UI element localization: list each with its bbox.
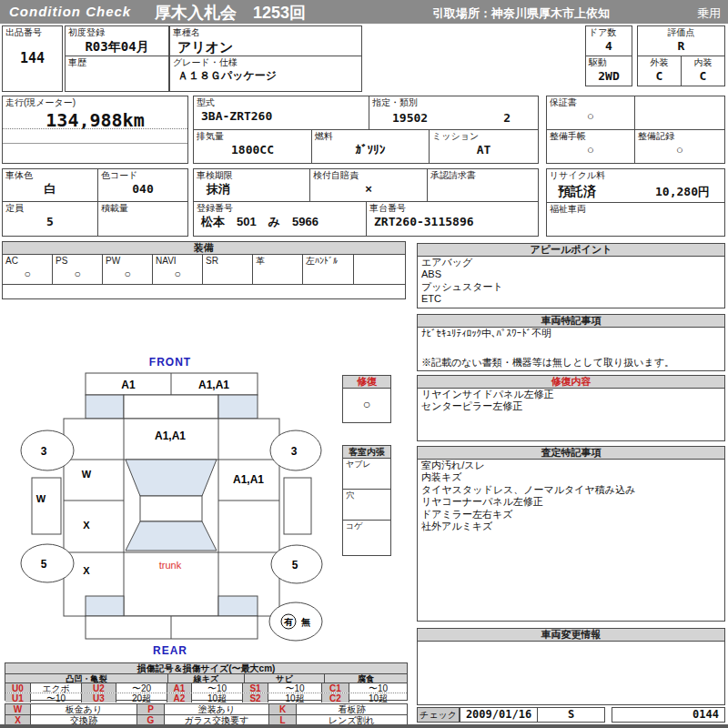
- repair-details-title: 修復内容: [418, 376, 724, 389]
- legend-code: S2: [243, 693, 268, 703]
- maintenance-record-value: ○: [635, 143, 724, 157]
- pickup-location: 引取場所：神奈川県厚木市上依知: [432, 5, 610, 22]
- change-info-title: 車両変更情報: [418, 629, 724, 642]
- assessment-item: 室内汚れ/スレ: [418, 460, 724, 471]
- equip-cell-sr: SR: [203, 255, 253, 284]
- equipment-title: 装備: [3, 242, 405, 255]
- equip-label: PS: [53, 255, 102, 268]
- headlight-left: [86, 395, 124, 419]
- capacity-box: 定員 5: [2, 201, 98, 237]
- equip-label: SR: [203, 255, 252, 268]
- mark-rear-wheel-right: 5: [292, 559, 298, 571]
- maintenance-book-label: 整備手帳: [547, 130, 634, 143]
- special-notes-panel: 車両特記事項 ﾅﾋﾞｾｷｭﾘﾃｨﾛｯｸ中､ﾊﾟｽﾜｰﾄﾞ不明 ※記載のない書類・…: [417, 314, 725, 371]
- load-capacity-label: 積載量: [98, 202, 187, 215]
- sheet-number: 0144: [612, 708, 724, 722]
- equip-cell-ps: PS○: [53, 255, 103, 284]
- legend-size: 20超: [116, 693, 167, 703]
- equipment-empty-row: [3, 285, 405, 299]
- lot-number-label: 出品番号: [3, 26, 62, 39]
- trunk-label: trunk: [159, 560, 182, 571]
- grade-box: グレード・仕様 Ａ１８Ｇパッケージ: [169, 56, 362, 92]
- warranty-spare-box: [634, 96, 725, 130]
- sheet-number-box: 0144: [612, 707, 725, 723]
- maintenance-book-box: 整備手帳 ○: [546, 129, 635, 164]
- maintenance-book-value: ○: [547, 143, 634, 157]
- legend-size: 10超: [268, 693, 322, 703]
- bottom-separator: [0, 724, 728, 728]
- front-grille: [124, 395, 218, 419]
- interior-grade-value: C: [682, 69, 724, 84]
- liability-insurance-label: 検付自賠責: [310, 169, 427, 182]
- headlight-right: [218, 395, 258, 419]
- recycle-status: 預託済: [558, 184, 596, 199]
- welfare-vehicle-label: 福祉車両: [547, 203, 724, 216]
- chassis-number-box: 車台番号 ZRT260-3115896: [366, 201, 539, 237]
- header-bar: Condition Check 厚木入札会 1253回 引取場所：神奈川県厚木市…: [0, 0, 728, 24]
- cabin-lining-row-hole: 穴: [343, 490, 390, 500]
- body-color-value: 白: [3, 182, 97, 197]
- fuel-label: 燃料: [312, 130, 429, 143]
- check-date-box: 2009/01/16 S: [460, 707, 605, 723]
- repair-flag-title: 修復: [343, 376, 390, 389]
- lot-number-value: 144: [3, 50, 62, 66]
- legend-code-k: K: [269, 704, 297, 714]
- mark-left-front-panel: W: [82, 469, 92, 480]
- color-code-box: 色コード 040: [97, 168, 188, 202]
- interior-grade-label: 内装: [682, 56, 724, 69]
- legend-code: A2: [167, 693, 192, 703]
- rear-window: [126, 521, 217, 551]
- check-date: 2009/01/16: [460, 708, 538, 722]
- mark-rear-wheel-left: 5: [41, 558, 47, 571]
- welfare-vehicle-box: 福祉車両: [546, 202, 725, 237]
- damage-legend-title: 損傷記号＆損傷サイズ(〜最大cm): [5, 663, 407, 674]
- mark-right-front-door: A1,A1: [233, 473, 264, 486]
- equip-label: 革: [253, 255, 302, 268]
- mark-left-rear-door: X: [83, 565, 90, 576]
- check-label-box: チェック: [417, 707, 460, 723]
- model-name-value: アリオン: [170, 39, 361, 56]
- assessment-item: ドアミラー左右キズ: [418, 509, 724, 521]
- code-legend-table: W 板金あり P 塗装あり K 看板跡 X 交換跡 G ガラス交換要す L レン…: [5, 703, 408, 726]
- transmission-box: ミッション AT: [429, 129, 539, 164]
- roof: [140, 496, 202, 521]
- recycle-fee-value: 10,280円: [655, 185, 710, 199]
- transmission-value: AT: [430, 143, 538, 157]
- recycle-fee-label: リサイクル料: [547, 169, 724, 182]
- legend-size: 10超: [192, 693, 243, 703]
- equip-value: ○: [53, 268, 102, 280]
- legend-code-p: P: [137, 704, 165, 714]
- appeal-item: エアバッグ: [418, 257, 724, 268]
- equip-cell-pw: PW○: [103, 255, 153, 284]
- right-fender-strip: [284, 478, 311, 534]
- first-registration-box: 初度登録 R03年04月: [65, 25, 169, 56]
- cabin-lining-row-burn: コゲ: [343, 521, 390, 531]
- registration-number-box: 登録番号 松本 501 み 5966: [193, 201, 367, 237]
- odometer-divider-dotted: [3, 128, 187, 129]
- first-registration-label: 初度登録: [66, 26, 168, 39]
- liability-insurance-box: 検付自賠責 ×: [309, 168, 428, 202]
- equip-cell-extra: [354, 255, 405, 284]
- model-code-label: 型式: [194, 96, 369, 109]
- registration-number-value: 松本 501 み 5966: [194, 215, 366, 229]
- legend-desc: 板金あり: [31, 704, 137, 714]
- equip-cell-ac: AC○: [3, 255, 53, 284]
- chassis-number-value: ZRT260-3115896: [367, 215, 538, 229]
- capacity-label: 定員: [3, 202, 97, 215]
- assessment-item: 社外アルミキズ: [418, 521, 724, 532]
- class-number: 2: [503, 111, 511, 126]
- damage-legend-table: 損傷記号＆損傷サイズ(〜最大cm) 凸凹・亀裂 線キズ サビ 腐食 U0 エクボ…: [5, 662, 408, 701]
- model-code-value: 3BA-ZRT260: [194, 109, 369, 124]
- legend-size: 〜10: [192, 683, 243, 693]
- mark-front-bumper-right: A1,A1: [198, 379, 229, 391]
- legend-code: C2: [322, 693, 349, 703]
- model-name-label: 車種名: [170, 26, 361, 39]
- registration-number-label: 登録番号: [194, 202, 366, 215]
- cabin-lining-title: 客室内張: [343, 446, 390, 459]
- odometer-divider-solid: [3, 143, 187, 144]
- taillight-left: [86, 596, 124, 616]
- legend-group-rust: サビ: [245, 674, 325, 682]
- spare-none-label: 無: [300, 617, 310, 627]
- windshield: [126, 460, 217, 496]
- vehicle-history-label: 車歴: [66, 56, 168, 69]
